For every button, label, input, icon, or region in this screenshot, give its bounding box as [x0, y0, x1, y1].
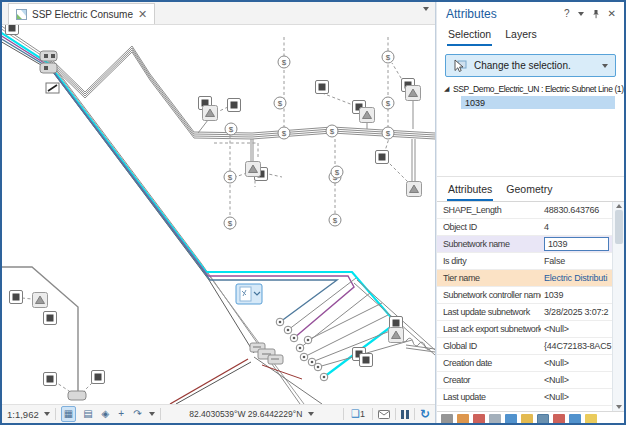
field-value: 48830.643766: [541, 205, 612, 215]
table-row[interactable]: Creator <Null>: [437, 372, 612, 389]
toolbar-icon[interactable]: [569, 414, 581, 423]
selection-mode-label: Change the selection.: [474, 60, 571, 71]
dropdown-chevron-icon: [602, 64, 608, 68]
toolbar-icon[interactable]: [457, 414, 469, 423]
snapping-chevron-icon[interactable]: [149, 412, 155, 416]
move-tool-chip[interactable]: [236, 284, 262, 304]
field-label: Tier name: [437, 273, 541, 283]
pause-icon[interactable]: [401, 410, 409, 419]
field-value: {44C72183-8AC5: [541, 341, 612, 351]
table-row-editing[interactable]: Subnetwork name 1039: [437, 236, 612, 253]
bottom-left-line[interactable]: [2, 267, 78, 395]
tab-attributes[interactable]: Attributes: [447, 182, 493, 201]
map-tab[interactable]: SSP Electric Consume ✕: [8, 3, 155, 24]
field-value: 1039: [541, 290, 612, 300]
field-label: Creation date: [437, 358, 541, 368]
scale-value[interactable]: 1:1,962: [7, 409, 39, 420]
map-thumbnail-icon: [16, 9, 27, 20]
toolbar-icon[interactable]: [553, 414, 565, 423]
toolbar-icon[interactable]: [441, 414, 453, 423]
scroll-down-icon[interactable]: [616, 405, 622, 409]
table-row[interactable]: Object ID 4: [437, 219, 612, 236]
notifications-icon[interactable]: ❑1: [349, 407, 367, 421]
scrollbar-thumb[interactable]: [615, 210, 623, 244]
message-icon[interactable]: [378, 410, 390, 419]
help-icon[interactable]: ?: [564, 9, 570, 19]
coordinates-readout[interactable]: 82.4030539°W 29.6442229°N: [189, 409, 302, 419]
refresh-icon[interactable]: ↻: [420, 408, 430, 420]
table-row[interactable]: Last update subnetwork 3/28/2025 3:07:2: [437, 304, 612, 321]
selection-mode-dropdown[interactable]: Change the selection.: [445, 54, 616, 77]
tab-geometry[interactable]: Geometry: [505, 182, 553, 201]
tab-layers[interactable]: Layers: [504, 27, 538, 46]
table-row[interactable]: Last update <Null>: [437, 389, 612, 406]
purple-line[interactable]: [2, 35, 354, 338]
field-value: <Null>: [541, 324, 612, 334]
tree-selected-feature[interactable]: 1039: [461, 96, 615, 109]
subnetwork-name-input[interactable]: 1039: [544, 237, 609, 251]
snapping-icon[interactable]: ◈: [100, 407, 112, 421]
scale-dropdown-chevron-icon[interactable]: [44, 412, 50, 416]
add-icon[interactable]: +: [116, 407, 126, 421]
divider: [160, 408, 161, 420]
divider: [372, 408, 373, 420]
close-tab-icon[interactable]: ✕: [138, 9, 147, 20]
bottom-device[interactable]: [68, 391, 86, 400]
field-label: Subnetwork name: [437, 239, 541, 249]
field-label: Creator: [437, 375, 541, 385]
field-label: Object ID: [437, 222, 541, 232]
coordinates-chevron-icon[interactable]: [308, 412, 314, 416]
red-line[interactable]: [170, 359, 302, 404]
table-row[interactable]: SHAPE_Length 48830.643766: [437, 202, 612, 219]
field-value: 3/28/2025 3:07:2: [541, 307, 612, 317]
toolbar-icon[interactable]: [537, 414, 549, 423]
substation-cluster[interactable]: [250, 343, 283, 364]
map-pane: SSP Electric Consume ✕: [2, 2, 436, 423]
tree-expander-icon[interactable]: ◢: [444, 85, 449, 93]
electric-network-map[interactable]: $: [2, 25, 435, 404]
table-scrollbar[interactable]: [612, 202, 624, 411]
pane-options-chevron-icon[interactable]: [578, 12, 584, 16]
attributes-pane: Attributes ? ✕ Selection Layers Change t…: [436, 2, 624, 423]
pane-header: Attributes ? ✕: [437, 2, 624, 24]
divider: [55, 408, 56, 420]
field-value: 4: [541, 222, 612, 232]
table-row[interactable]: Last ack export subnetwork <Null>: [437, 321, 612, 338]
switchgear-cluster[interactable]: [40, 51, 59, 93]
table-row-highlighted[interactable]: Tier name Electric Distributi: [437, 270, 612, 287]
tab-selection[interactable]: Selection: [447, 27, 492, 46]
notification-count: 1: [360, 409, 365, 419]
field-label: Is dirty: [437, 256, 541, 266]
toolbar-icon[interactable]: [521, 414, 533, 423]
pin-icon[interactable]: [592, 9, 600, 19]
field-value: <Null>: [541, 358, 612, 368]
field-label: SHAPE_Length: [437, 205, 541, 215]
divider: [343, 408, 344, 420]
toolbar-icon[interactable]: [585, 414, 597, 423]
table-row[interactable]: Creation date <Null>: [437, 355, 612, 372]
divider: [414, 408, 415, 420]
map-canvas[interactable]: $: [2, 25, 435, 404]
close-pane-icon[interactable]: ✕: [608, 9, 616, 19]
rotate-icon[interactable]: ↷: [131, 407, 143, 421]
tree-root-node[interactable]: ◢ SSP_Demo_Electric_UN : Electric Subnet…: [444, 84, 619, 94]
junction-boxes[interactable]: [6, 25, 415, 386]
selection-tree: ◢ SSP_Demo_Electric_UN : Electric Subnet…: [437, 83, 624, 176]
field-value: <Null>: [541, 375, 612, 385]
table-row[interactable]: Is dirty False: [437, 253, 612, 270]
fuse-symbols[interactable]: [224, 51, 394, 229]
field-value: Electric Distributi: [541, 273, 612, 283]
selection-layers-tabs: Selection Layers: [437, 24, 624, 46]
tab-overflow-chevron-icon[interactable]: [423, 7, 429, 11]
toolbar-icon[interactable]: [505, 414, 517, 423]
map-extent-icon[interactable]: ▦: [61, 406, 76, 422]
toolbar-icon[interactable]: [489, 414, 501, 423]
dashed-laterals[interactable]: [22, 37, 409, 393]
table-row[interactable]: Subnetwork controller names 1039: [437, 287, 612, 304]
grid-icon[interactable]: ▤: [81, 407, 94, 421]
toolbar-icon[interactable]: [473, 414, 485, 423]
field-label: Subnetwork controller names: [437, 290, 541, 300]
select-cursor-icon: [453, 59, 467, 73]
blue-line[interactable]: [2, 38, 337, 322]
table-row[interactable]: Global ID {44C72183-8AC5: [437, 338, 612, 355]
